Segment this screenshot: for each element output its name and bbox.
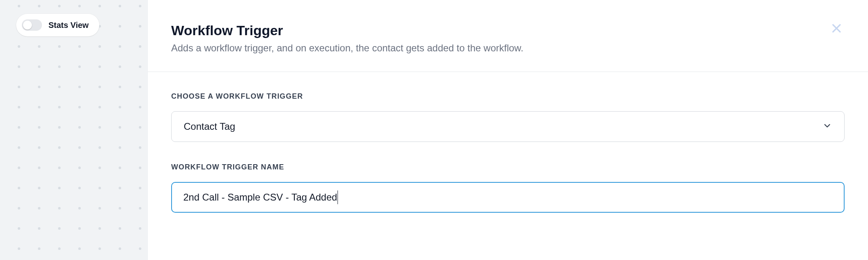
trigger-name-label: WORKFLOW TRIGGER NAME (171, 163, 845, 171)
app-root: Stats View Workflow Trigger Adds a workf… (0, 0, 868, 260)
choose-trigger-label: CHOOSE A WORKFLOW TRIGGER (171, 92, 845, 101)
workflow-trigger-name-text: 2nd Call - Sample CSV - Tag Added (183, 192, 337, 203)
stats-view-toggle[interactable] (22, 19, 42, 31)
trigger-settings-panel: Workflow Trigger Adds a workflow trigger… (147, 0, 868, 260)
divider (148, 72, 868, 72)
close-icon (830, 22, 843, 36)
panel-subtitle: Adds a workflow trigger, and on executio… (171, 42, 845, 54)
workflow-trigger-select[interactable]: Contact Tag (171, 111, 845, 142)
workflow-trigger-name-value: 2nd Call - Sample CSV - Tag Added (183, 190, 338, 204)
chevron-down-icon (822, 121, 832, 132)
workflow-trigger-name-input[interactable]: 2nd Call - Sample CSV - Tag Added (171, 182, 845, 213)
stats-view-label: Stats View (48, 21, 89, 30)
workflow-canvas-sidebar: Stats View (0, 0, 147, 260)
panel-title: Workflow Trigger (171, 23, 845, 38)
workflow-trigger-select-value: Contact Tag (184, 121, 235, 132)
close-button[interactable] (828, 21, 845, 37)
stats-view-pill: Stats View (16, 14, 99, 36)
text-caret (338, 190, 338, 204)
